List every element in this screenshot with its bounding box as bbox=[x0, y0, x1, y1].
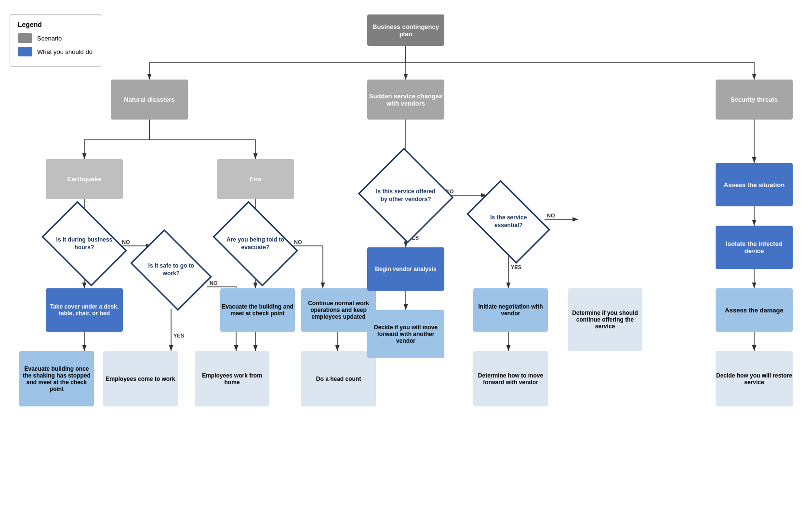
node-determine-continue: Determine if you should continue offerin… bbox=[568, 288, 642, 351]
node-earthquake: Earthquake bbox=[46, 159, 123, 199]
svg-text:NO: NO bbox=[210, 280, 218, 286]
legend-action-label: What you should do bbox=[37, 48, 93, 55]
diamond-business-hours: Is it during business hours? bbox=[49, 218, 120, 269]
node-decide-move: Decide if you will move forward with ano… bbox=[367, 310, 444, 358]
svg-text:YES: YES bbox=[173, 333, 184, 338]
legend-scenario-label: Scenario bbox=[37, 35, 62, 42]
svg-text:NO: NO bbox=[294, 239, 302, 245]
diamond-safe-to-work: Is it safe to go to work? bbox=[137, 246, 205, 294]
diagram-container: YES NO YES NO YES NO YES NO bbox=[0, 0, 812, 526]
legend-scenario-icon bbox=[18, 33, 32, 43]
legend-item-action: What you should do bbox=[18, 47, 93, 56]
node-security-threats: Security threats bbox=[716, 80, 793, 120]
node-assess-situation: Assess the situation bbox=[716, 163, 793, 206]
legend-action-icon bbox=[18, 47, 32, 56]
legend-item-scenario: Scenario bbox=[18, 33, 93, 43]
node-decide-restore: Decide how you will restore service bbox=[716, 351, 793, 406]
diamond-evacuate-fire: Are you being told to evacuate? bbox=[220, 218, 291, 269]
node-initiate-neg: Initiate negotiation with vendor bbox=[473, 288, 548, 332]
node-continue-ops: Continue normal work operations and keep… bbox=[301, 288, 376, 332]
legend-title: Legend bbox=[18, 21, 93, 28]
node-employees-come: Employees come to work bbox=[103, 351, 178, 406]
node-determine-forward: Determine how to move forward with vendo… bbox=[473, 351, 548, 406]
node-begin-vendor: Begin vendor analysis bbox=[367, 247, 444, 291]
svg-text:NO: NO bbox=[122, 239, 130, 245]
svg-text:NO: NO bbox=[547, 213, 555, 218]
node-sudden-service: Sudden service changes with vendors bbox=[367, 80, 444, 120]
diamond-other-vendors: Is this service offered by other vendors… bbox=[371, 163, 441, 228]
node-isolate-device: Isolate the infected device bbox=[716, 226, 793, 269]
node-fire: Fire bbox=[217, 159, 294, 199]
node-assess-damage: Assess the damage bbox=[716, 288, 793, 332]
svg-text:YES: YES bbox=[511, 264, 521, 270]
node-head-count: Do a head count bbox=[301, 351, 376, 406]
node-evacuate-eq: Evacuate building once the shaking has s… bbox=[19, 351, 94, 406]
node-employees-wfh: Employees work from home bbox=[195, 351, 269, 406]
node-root: Business contingency plan bbox=[367, 14, 444, 46]
diamond-essential: Is the service essential? bbox=[473, 198, 544, 246]
legend: Legend Scenario What you should do bbox=[10, 14, 101, 67]
node-natural-disasters: Natural disasters bbox=[111, 80, 188, 120]
node-take-cover: Take cover under a desk, table, chair, o… bbox=[46, 288, 123, 332]
node-evacuate-fire: Evacuate the building and meet at check … bbox=[220, 288, 295, 332]
